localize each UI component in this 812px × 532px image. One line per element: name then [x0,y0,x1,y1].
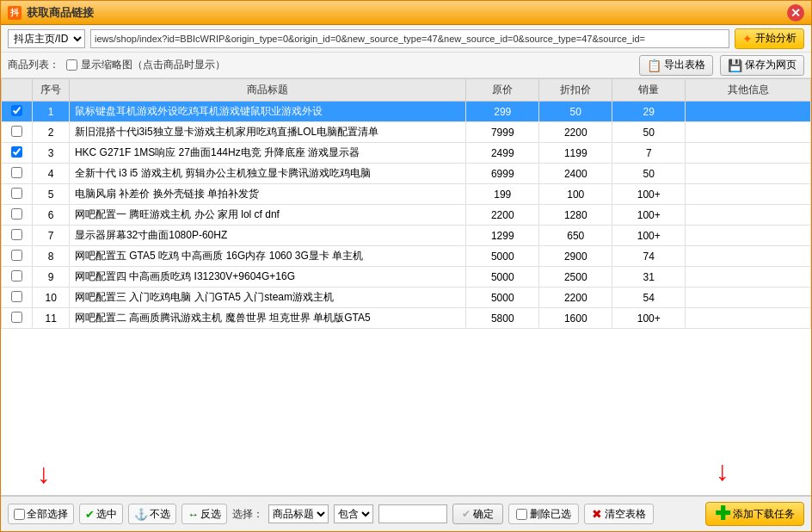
row-seq: 3 [33,143,69,164]
table-row[interactable]: 9网吧配置四 中高画质吃鸡 I31230V+9604G+16G500025003… [2,267,811,288]
row-sales: 50 [612,164,686,184]
export-table-button[interactable]: 📋 导出表格 [639,55,713,76]
close-button[interactable]: ✕ [787,4,804,22]
table-row[interactable]: 4全新十代 i3 i5 游戏主机 剪辑办公主机独立显卡腾讯游戏吃鸡电脑69992… [2,164,811,184]
row-price: 7999 [466,122,539,143]
clear-table-button[interactable]: ✖ 清空表格 [584,504,654,524]
row-checkbox-cell [2,164,33,184]
add-download-task-button[interactable]: ✚ 添加下载任务 [705,502,804,526]
start-analysis-button[interactable]: ✦ 开始分析 [735,28,804,49]
table-row[interactable]: 10网吧配置三 入门吃鸡电脑 入门GTA5 入门steam游戏主机5000220… [2,288,811,308]
table-row[interactable]: 8网吧配置五 GTA5 吃鸡 中高画质 16G内存 1060 3G显卡 单主机5… [2,246,811,267]
row-sales: 100+ [612,226,686,246]
header-price: 原价 [466,79,539,102]
row-title[interactable]: 网吧配置三 入门吃鸡电脑 入门GTA5 入门steam游戏主机 [69,288,465,308]
select-all-label[interactable]: 全部选择 [8,504,74,524]
clear-icon: ✖ [592,507,602,521]
header-seq: 序号 [33,79,69,102]
row-checkbox[interactable] [11,188,22,199]
row-other [686,122,811,143]
table-row[interactable]: 5电脑风扇 补差价 换外壳链接 单拍补发货199100100+ [2,184,811,205]
row-discount: 100 [539,184,612,205]
row-title[interactable]: 电脑风扇 补差价 换外壳链接 单拍补发货 [69,184,465,205]
row-seq: 6 [33,205,69,226]
delete-selected-button[interactable]: 删除已选 [508,504,579,524]
row-sales: 50 [612,122,686,143]
row-checkbox-cell [2,246,33,267]
shop-type-select[interactable]: 抖店主页/ID [8,29,85,48]
row-sales: 31 [612,267,686,288]
row-price: 1299 [466,226,539,246]
filter-input[interactable] [378,504,447,523]
row-discount: 2200 [539,122,612,143]
row-checkbox-cell [2,288,33,308]
row-checkbox[interactable] [11,312,22,323]
delete-checkbox[interactable] [516,509,527,520]
row-other [686,205,811,226]
row-title[interactable]: 全新十代 i3 i5 游戏主机 剪辑办公主机独立显卡腾讯游戏吃鸡电脑 [69,164,465,184]
row-title[interactable]: 网吧配置四 中高画质吃鸡 I31230V+9604G+16G [69,267,465,288]
row-title[interactable]: 网吧配置五 GTA5 吃鸡 中高画质 16G内存 1060 3G显卡 单主机 [69,246,465,267]
row-sales: 100+ [612,184,686,205]
confirm-button[interactable]: ✔ 确定 [452,504,503,524]
row-other [686,226,811,246]
row-checkbox-cell [2,143,33,164]
window-title: 获取商品链接 [27,5,787,21]
row-checkbox[interactable] [11,146,22,158]
table-row[interactable]: 3HKC G271F 1MS响应 27曲面144Hz电竞 升降底座 游戏显示器2… [2,143,811,164]
row-title[interactable]: 网吧配置二 高画质腾讯游戏主机 魔兽世界 坦克世界 单机版GTA5 [69,308,465,329]
select-all-checkbox[interactable] [14,509,25,520]
products-table: 序号 商品标题 原价 折扣价 销量 其他信息 1鼠标键盘耳机游戏外设吃鸡耳机游戏… [1,78,811,329]
row-title[interactable]: 显示器屏幕32寸曲面1080P-60HZ [69,226,465,246]
row-discount: 2900 [539,246,612,267]
row-sales: 54 [612,288,686,308]
filter-type-select[interactable]: 包含 [334,504,373,523]
row-checkbox-cell [2,267,33,288]
row-price: 5800 [466,308,539,329]
row-title[interactable]: 鼠标键盘耳机游戏外设吃鸡耳机游戏键鼠职业游戏外设 [69,102,465,122]
row-discount: 1199 [539,143,612,164]
content-area: 序号 商品标题 原价 折扣价 销量 其他信息 1鼠标键盘耳机游戏外设吃鸡耳机游戏… [1,78,811,495]
table-row[interactable]: 7显示器屏幕32寸曲面1080P-60HZ1299650100+ [2,226,811,246]
table-row[interactable]: 11网吧配置二 高画质腾讯游戏主机 魔兽世界 坦克世界 单机版GTA558001… [2,308,811,329]
row-other [686,308,811,329]
url-input[interactable] [90,29,729,48]
table-row[interactable]: 6网吧配置一 腾旺游戏主机 办公 家用 lol cf dnf2200128010… [2,205,811,226]
row-other [686,267,811,288]
row-price: 2499 [466,143,539,164]
row-price: 199 [466,184,539,205]
table-container[interactable]: 序号 商品标题 原价 折扣价 销量 其他信息 1鼠标键盘耳机游戏外设吃鸡耳机游戏… [1,78,811,495]
row-checkbox-cell [2,184,33,205]
save-webpage-button[interactable]: 💾 保存为网页 [720,55,804,76]
product-list-label: 商品列表： [8,58,59,72]
row-price: 5000 [466,246,539,267]
row-seq: 9 [33,267,69,288]
row-seq: 1 [33,102,69,122]
row-checkbox[interactable] [11,105,22,116]
deselect-icon: ⚓ [134,508,148,521]
table-row[interactable]: 2新旧混搭十代i3i5独立显卡游戏主机家用吃鸡直播LOL电脑配置清单799922… [2,122,811,143]
header-check [2,79,33,102]
row-checkbox-cell [2,226,33,246]
row-checkbox[interactable] [11,167,22,178]
row-checkbox[interactable] [11,270,22,281]
row-checkbox[interactable] [11,250,22,261]
row-other [686,102,811,122]
deselect-button[interactable]: ⚓ 不选 [128,504,176,524]
row-checkbox[interactable] [11,126,22,137]
criteria-select[interactable]: 商品标题 [268,504,329,523]
invert-select-button[interactable]: ↔ 反选 [181,504,227,524]
thumbnail-checkbox-label[interactable]: 显示缩略图（点击商品时显示） [66,58,225,72]
row-title[interactable]: 新旧混搭十代i3i5独立显卡游戏主机家用吃鸡直播LOL电脑配置清单 [69,122,465,143]
row-title[interactable]: HKC G271F 1MS响应 27曲面144Hz电竞 升降底座 游戏显示器 [69,143,465,164]
row-checkbox[interactable] [11,208,22,220]
row-sales: 7 [612,143,686,164]
row-title[interactable]: 网吧配置一 腾旺游戏主机 办公 家用 lol cf dnf [69,205,465,226]
table-row[interactable]: 1鼠标键盘耳机游戏外设吃鸡耳机游戏键鼠职业游戏外设2995029 [2,102,811,122]
row-checkbox[interactable] [11,229,22,240]
thumbnail-checkbox[interactable] [66,59,77,71]
row-other [686,246,811,267]
select-button[interactable]: ✔ 选中 [79,504,123,524]
bottom-bar: ↓ ↓ 全部选择 ✔ 选中 ⚓ 不选 ↔ 反选 选择： 商品标题 包含 ✔ 确定 [1,495,811,531]
row-checkbox[interactable] [11,291,22,302]
